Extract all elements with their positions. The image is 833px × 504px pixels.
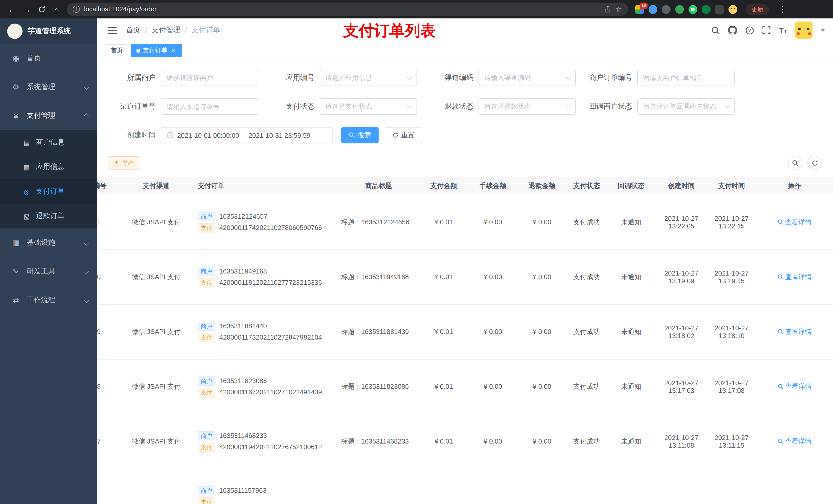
chevron-up-icon bbox=[84, 113, 89, 118]
merchant-order-no-filter-input[interactable] bbox=[637, 70, 735, 86]
filter-label: 退款状态 bbox=[425, 102, 478, 111]
view-detail-link[interactable]: 查看详情 bbox=[778, 327, 812, 336]
create-time-range-picker[interactable]: 2021-10-01 00:00:00 - 2021-10-31 23:59:5… bbox=[161, 127, 333, 143]
breadcrumb-pay-management[interactable]: 支付管理 bbox=[152, 26, 180, 35]
browser-menu-icon[interactable]: ⋮ bbox=[777, 5, 788, 14]
page-content: 所属商户 应用编号 请选择应用信息 渠道编码 请输入渠道编码 bbox=[97, 59, 833, 504]
pay-channel-cell: 微信 JSAPI 支付 bbox=[118, 195, 195, 249]
search-button[interactable]: 搜索 bbox=[341, 127, 379, 143]
sidebar-item-merchant-info[interactable]: ▤ 商户信息 bbox=[0, 130, 97, 155]
refund-status-filter-select[interactable]: 请选择退款状态 bbox=[478, 98, 576, 115]
sidebar-item-devtools[interactable]: ✎ 研发工具 bbox=[0, 257, 97, 286]
view-detail-link[interactable]: 查看详情 bbox=[778, 382, 812, 391]
header-actions: ? TT bbox=[711, 22, 827, 39]
channel-pay-no: 4200001181202110277723215336 bbox=[219, 279, 322, 286]
svg-text:?: ? bbox=[748, 27, 752, 33]
browser-reload-icon[interactable] bbox=[35, 2, 49, 16]
goods-title-cell bbox=[338, 469, 419, 504]
filter-row-1: 所属商户 应用编号 请选择应用信息 渠道编码 请输入渠道编码 bbox=[108, 70, 825, 86]
pay-amount-cell: ¥ 0.01 bbox=[419, 359, 468, 414]
tab-pay-order[interactable]: 支付订单 × bbox=[131, 44, 182, 57]
app-no-filter-select[interactable]: 请选择应用信息 bbox=[320, 70, 417, 86]
extension-icon-3[interactable] bbox=[662, 5, 671, 14]
sidebar-item-app-info[interactable]: ▦ 应用信息 bbox=[0, 155, 97, 179]
actions-cell: 查看详情 bbox=[756, 304, 833, 359]
merchant-tag: 商户 bbox=[198, 212, 215, 221]
sidebar-item-home[interactable]: ◉ 首页 bbox=[0, 44, 97, 73]
tab-home[interactable]: 首页 bbox=[105, 44, 128, 57]
browser-forward-icon[interactable]: → bbox=[20, 2, 34, 16]
sidebar-item-pay-order[interactable]: ◎ 支付订单 bbox=[0, 179, 97, 204]
browser-home-icon[interactable]: ⌂ bbox=[50, 2, 64, 16]
bookmark-star-icon[interactable]: ☆ bbox=[616, 5, 622, 13]
chevron-down-icon bbox=[407, 74, 412, 80]
table-row: 19 微信 JSAPI 支付 商户 1635311881440 支付 42000… bbox=[97, 304, 833, 359]
pay-time-cell: 2021-10-27 13:19:15 bbox=[707, 249, 756, 304]
pay-order-cell: 商户 1635311949168 支付 42000011812021102777… bbox=[195, 249, 338, 304]
actions-cell: 查看详情 bbox=[756, 195, 833, 249]
toggle-search-button[interactable] bbox=[788, 156, 802, 170]
search-icon[interactable] bbox=[711, 26, 720, 34]
pay-status-cell: 支付成功 bbox=[567, 249, 606, 304]
actions-cell: 查看详情 bbox=[756, 359, 833, 414]
order-id-cell: 21 bbox=[97, 195, 118, 249]
github-icon[interactable] bbox=[728, 26, 737, 35]
hamburger-icon[interactable] bbox=[103, 25, 121, 35]
sidebar-item-pay[interactable]: ¥ 支付管理 bbox=[0, 101, 97, 130]
filter-label: 创建时间 bbox=[108, 130, 161, 140]
extension-icon-8[interactable] bbox=[729, 5, 737, 14]
extension-icon-2[interactable] bbox=[648, 5, 657, 14]
export-button[interactable]: 导出 bbox=[108, 156, 140, 170]
view-detail-link[interactable]: 查看详情 bbox=[778, 217, 812, 226]
date-end-value: 2021-10-31 23:59:59 bbox=[248, 131, 310, 139]
extension-icon-1[interactable]: 10 bbox=[635, 5, 644, 14]
user-avatar[interactable] bbox=[795, 22, 812, 39]
sidebar-item-refund-order[interactable]: ▧ 退款订单 bbox=[0, 204, 97, 229]
extension-icon-7[interactable] bbox=[715, 5, 724, 14]
merchant-filter-input[interactable] bbox=[161, 70, 258, 86]
notify-status-filter-select[interactable]: 请选择订单回调商户状态 bbox=[637, 98, 735, 115]
main-area: 首页 / 支付管理 / 支付订单 支付订单列表 ? bbox=[97, 19, 833, 504]
breadcrumb-home[interactable]: 首页 bbox=[126, 26, 140, 35]
breadcrumb: 首页 / 支付管理 / 支付订单 bbox=[126, 26, 220, 35]
extension-icon-4[interactable] bbox=[675, 5, 684, 14]
font-size-icon[interactable]: TT bbox=[779, 26, 787, 34]
close-icon[interactable]: × bbox=[170, 47, 177, 54]
sidebar-item-workflow[interactable]: ⇄ 工作流程 bbox=[0, 286, 97, 314]
browser-back-icon[interactable]: ← bbox=[5, 2, 19, 16]
date-separator: - bbox=[243, 131, 245, 139]
refresh-button[interactable] bbox=[807, 156, 822, 170]
order-id-cell: 19 bbox=[97, 304, 118, 359]
app-title: 芋道管理系统 bbox=[28, 27, 71, 36]
view-detail-link[interactable]: 查看详情 bbox=[778, 437, 812, 446]
site-info-icon[interactable]: i bbox=[73, 6, 80, 13]
table-toolbar: 导出 bbox=[108, 156, 825, 170]
browser-update-button[interactable]: 更新 bbox=[746, 3, 769, 15]
breadcrumb-separator: / bbox=[145, 26, 147, 34]
reset-button[interactable]: 重置 bbox=[385, 127, 422, 143]
app-header: 首页 / 支付管理 / 支付订单 支付订单列表 ? bbox=[97, 19, 833, 42]
pay-amount-cell bbox=[419, 469, 468, 504]
sidebar-item-system[interactable]: ⚙ 系统管理 bbox=[0, 73, 97, 101]
extension-icon-5[interactable] bbox=[689, 5, 697, 14]
channel-order-no-filter-input[interactable] bbox=[161, 98, 258, 115]
pay-time-cell: 2021-10-27 13:11:15 bbox=[707, 414, 756, 469]
share-icon[interactable] bbox=[605, 6, 612, 13]
help-icon[interactable]: ? bbox=[746, 26, 754, 34]
fullscreen-icon[interactable] bbox=[763, 26, 771, 34]
caret-down-icon[interactable] bbox=[821, 29, 825, 31]
pay-amount-cell: ¥ 0.01 bbox=[419, 195, 468, 249]
goods-title-cell: 标题：1635311823086 bbox=[338, 359, 419, 414]
orders-table: 编号 支付渠道 支付订单 商品标题 支付金额 手续金额 退款金额 支付状态 回调… bbox=[97, 177, 833, 504]
pay-channel-cell: 微信 JSAPI 支付 bbox=[118, 414, 195, 469]
extension-icon-6[interactable] bbox=[702, 5, 711, 14]
channel-code-filter-select[interactable]: 请输入渠道编码 bbox=[478, 70, 576, 86]
view-detail-link[interactable]: 查看详情 bbox=[778, 272, 812, 282]
url-bar[interactable]: i localhost:1024/pay/order ☆ bbox=[67, 3, 628, 16]
sidebar-item-infra[interactable]: ▥ 基础设施 bbox=[0, 229, 97, 257]
pay-status-filter-select[interactable]: 请选择支付状态 bbox=[320, 98, 417, 115]
order-id-cell: 20 bbox=[97, 249, 118, 304]
tags-view-bar: 首页 支付订单 × bbox=[97, 42, 833, 59]
order-id-cell: 18 bbox=[97, 359, 118, 414]
fee-amount-cell: ¥ 0.00 bbox=[468, 249, 518, 304]
